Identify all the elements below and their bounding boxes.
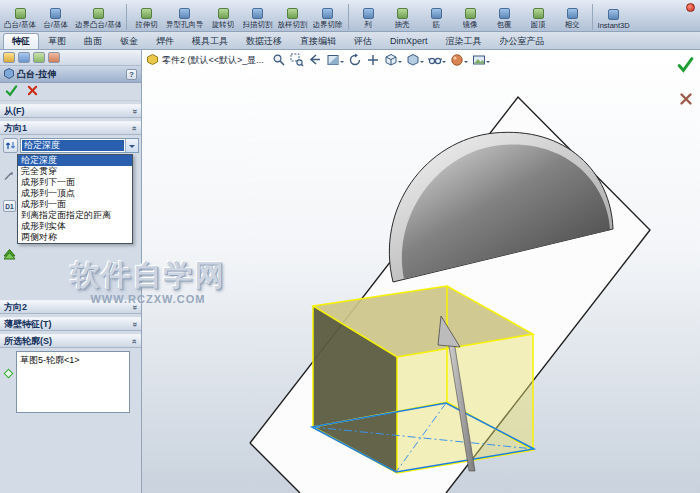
chevron-down-icon: » xyxy=(130,304,139,309)
contour-list-item[interactable]: 草图5-轮廓<1> xyxy=(17,352,129,369)
tab-surfaces[interactable]: 曲面 xyxy=(75,33,111,49)
end-condition-row: 给定深度 xyxy=(3,138,139,153)
rotate-view-icon[interactable] xyxy=(347,52,363,68)
tab-data-migration[interactable]: 数据迁移 xyxy=(237,33,291,49)
ribbon-button-wrap[interactable]: 包覆 xyxy=(488,1,521,31)
cancel-button[interactable] xyxy=(27,85,38,98)
section-direction1[interactable]: 方向1 » xyxy=(0,121,141,135)
option-offset-from-surface[interactable]: 到离指定面指定的距离 xyxy=(18,210,132,221)
ribbon-button-instant3d[interactable]: Instant3D xyxy=(596,1,632,31)
view-orientation-icon[interactable] xyxy=(383,52,403,68)
help-icon[interactable] xyxy=(126,69,137,80)
instant3d-icon xyxy=(608,9,619,20)
tab-sheet-metal[interactable]: 钣金 xyxy=(111,33,147,49)
ribbon-button-swept-cut[interactable]: 扫描切割 xyxy=(241,1,275,31)
property-manager-actions xyxy=(0,83,141,101)
ribbon-button-shell[interactable]: 抽壳 xyxy=(386,1,419,31)
boundary-boss-icon xyxy=(93,8,104,19)
viewport-cancel-button[interactable] xyxy=(679,92,693,108)
pan-icon[interactable] xyxy=(365,52,381,68)
tab-direct-editing[interactable]: 直接编辑 xyxy=(291,33,345,49)
reverse-direction-button[interactable] xyxy=(3,138,18,153)
zoom-area-icon[interactable] xyxy=(289,52,305,68)
viewport-canvas[interactable] xyxy=(142,50,700,493)
section-thin-feature[interactable]: 薄壁特征(T) » xyxy=(0,317,141,331)
rib-icon xyxy=(431,8,442,19)
chevron-down-icon: » xyxy=(130,108,139,113)
option-up-to-next[interactable]: 成形到下一面 xyxy=(18,177,132,188)
wrap-icon xyxy=(499,8,510,19)
ribbon-button-hole-wizard[interactable]: 异型孔向导 xyxy=(164,1,206,31)
tab-render-tools[interactable]: 渲染工具 xyxy=(437,33,491,49)
swept-cut-icon xyxy=(252,8,263,19)
ribbon-button-intersect[interactable]: 相交 xyxy=(556,1,589,31)
propertymanager-tab-icon[interactable] xyxy=(18,52,30,63)
display-style-icon[interactable] xyxy=(405,52,425,68)
ribbon-button-extrude-boss[interactable]: 凸台/基体 xyxy=(2,1,38,31)
chevron-up-icon: » xyxy=(130,338,139,343)
hole-wizard-icon xyxy=(179,8,190,19)
ribbon-button-dome[interactable]: 圆顶 xyxy=(522,1,555,31)
ribbon-button-lofted-cut[interactable]: 放样切割 xyxy=(276,1,310,31)
hide-show-items-icon[interactable] xyxy=(427,52,447,68)
featuremanager-tab-icon[interactable] xyxy=(3,52,15,63)
section-from[interactable]: 从(F) » xyxy=(0,104,141,118)
edit-appearance-icon[interactable] xyxy=(449,52,469,68)
ribbon-button-rib[interactable]: 筋 xyxy=(420,1,453,31)
option-up-to-surface[interactable]: 成形到一面 xyxy=(18,199,132,210)
selected-contours-listbox[interactable]: 草图5-轮廓<1> xyxy=(16,351,130,413)
tab-dimxpert[interactable]: DimXpert xyxy=(381,33,437,49)
viewport-toolbar: 零件2 (默认<<默认>_显... xyxy=(147,52,491,68)
end-condition-dropdown-list: 给定深度 完全贯穿 成形到下一面 成形到一顶点 成形到一面 到离指定面指定的距离… xyxy=(17,154,133,244)
viewport-ok-button[interactable] xyxy=(677,56,694,75)
ribbon-button-boundary-cut[interactable]: 边界切除 xyxy=(311,1,345,31)
tab-office-products[interactable]: 办公室产品 xyxy=(491,33,554,49)
solidworks-window: 凸台/基体 台/基体 边界凸台/基体 拉伸切 异型孔向导 旋转切 扫描切割 放样… xyxy=(0,0,700,493)
ribbon-button-revolve-cut[interactable]: 旋转切 xyxy=(207,1,240,31)
section-direction2[interactable]: 方向2 » xyxy=(0,300,141,314)
option-up-to-vertex[interactable]: 成形到一顶点 xyxy=(18,188,132,199)
ribbon-corner-icon[interactable] xyxy=(686,3,695,12)
end-condition-combobox[interactable]: 给定深度 xyxy=(20,138,139,153)
ribbon-button-boundary-boss[interactable]: 边界凸台/基体 xyxy=(73,1,123,31)
tab-evaluate[interactable]: 评估 xyxy=(345,33,381,49)
shell-icon xyxy=(397,8,408,19)
option-mid-plane[interactable]: 两侧对称 xyxy=(18,232,132,243)
configurationmanager-tab-icon[interactable] xyxy=(33,52,45,63)
section-selected-contours[interactable]: 所选轮廓(S) » xyxy=(0,334,141,348)
option-through-all[interactable]: 完全贯穿 xyxy=(18,166,132,177)
tab-sketch[interactable]: 草图 xyxy=(39,33,75,49)
dropdown-arrow-icon xyxy=(486,61,490,65)
contour-selection-icon xyxy=(4,369,14,379)
property-manager-panel: 凸台-拉伸 从(F) » 方向1 » 给定深度 xyxy=(0,50,142,493)
draft-toggle-icon[interactable] xyxy=(3,248,16,263)
boundary-cut-icon xyxy=(322,8,333,19)
option-up-to-body[interactable]: 成形到实体 xyxy=(18,221,132,232)
ribbon-button-mirror[interactable]: 镜像 xyxy=(454,1,487,31)
tab-mold-tools[interactable]: 模具工具 xyxy=(183,33,237,49)
tab-weldments[interactable]: 焊件 xyxy=(147,33,183,49)
combobox-dropdown-button[interactable] xyxy=(125,139,138,152)
command-tabbar: 特征 草图 曲面 钣金 焊件 模具工具 数据迁移 直接编辑 评估 DimXper… xyxy=(0,32,700,50)
ribbon-button-revolve-boss[interactable]: 台/基体 xyxy=(39,1,72,31)
document-title: 零件2 (默认<<默认>_显... xyxy=(162,54,264,67)
ok-button[interactable] xyxy=(5,84,18,99)
ribbon-button-extrude-cut[interactable]: 拉伸切 xyxy=(130,1,163,31)
scene-icon[interactable] xyxy=(471,52,491,68)
pattern-icon xyxy=(363,8,374,19)
option-blind[interactable]: 给定深度 xyxy=(18,155,132,166)
dimxpertmanager-tab-icon[interactable] xyxy=(48,52,60,63)
zoom-fit-icon[interactable] xyxy=(271,52,287,68)
depth-spinbox-icon: D1 xyxy=(3,200,16,212)
ribbon-separator xyxy=(348,4,349,30)
property-manager-header: 凸台-拉伸 xyxy=(0,66,141,83)
mirror-icon xyxy=(465,8,476,19)
dropdown-arrow-icon xyxy=(442,61,446,65)
boss-extrude-icon xyxy=(4,68,14,81)
revolve-cut-icon xyxy=(218,8,229,19)
tab-features[interactable]: 特征 xyxy=(3,33,39,49)
revolve-boss-icon xyxy=(50,8,61,19)
section-view-icon[interactable] xyxy=(325,52,345,68)
ribbon-button-pattern[interactable]: 列 xyxy=(352,1,385,31)
previous-view-icon[interactable] xyxy=(307,52,323,68)
